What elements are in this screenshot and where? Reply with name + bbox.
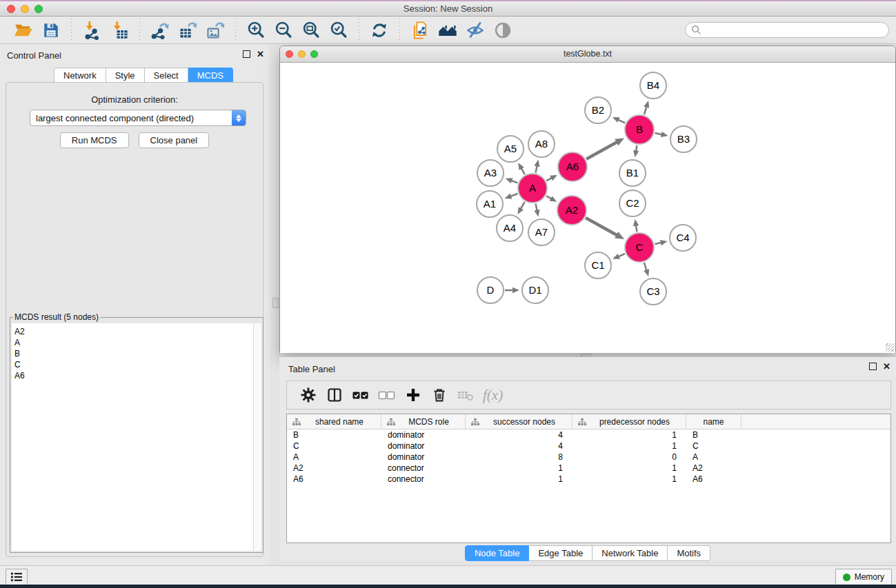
- settings-icon[interactable]: [298, 385, 319, 405]
- result-item-a2[interactable]: A2: [12, 326, 261, 337]
- column-header-predecessor-nodes[interactable]: predecessor nodes: [573, 414, 686, 429]
- save-session-icon[interactable]: [41, 20, 61, 41]
- refresh-layout-icon[interactable]: [369, 20, 390, 41]
- table-cell[interactable]: A: [287, 452, 381, 463]
- tab-network[interactable]: Network: [54, 68, 106, 83]
- table-cell[interactable]: 8: [466, 452, 573, 463]
- table-cell[interactable]: A2: [686, 463, 741, 474]
- vertical-splitter-handle[interactable]: [272, 298, 279, 308]
- table-cell[interactable]: 0: [573, 452, 686, 463]
- graph-node-A8[interactable]: A8: [528, 131, 555, 157]
- table-cell[interactable]: 1: [573, 463, 686, 474]
- task-history-button[interactable]: [6, 569, 28, 585]
- show-all-icon[interactable]: [492, 20, 513, 41]
- result-item-c[interactable]: C: [12, 359, 261, 370]
- column-header-shared-name[interactable]: shared name: [287, 414, 381, 429]
- graph-node-A5[interactable]: A5: [497, 136, 524, 162]
- table-cell[interactable]: connector: [381, 474, 466, 485]
- result-item-b[interactable]: B: [12, 348, 261, 359]
- open-session-icon[interactable]: [13, 20, 34, 41]
- tab-motifs[interactable]: Motifs: [668, 545, 710, 561]
- search-input[interactable]: [705, 25, 888, 36]
- import-table-icon[interactable]: [109, 20, 130, 41]
- show-columns-icon[interactable]: [324, 385, 345, 405]
- column-header-name[interactable]: name: [686, 414, 741, 429]
- tab-style[interactable]: Style: [106, 68, 145, 83]
- tab-mcds[interactable]: MCDS: [188, 68, 233, 83]
- table-cell[interactable]: 4: [466, 440, 573, 452]
- result-item-a6[interactable]: A6: [12, 370, 261, 381]
- table-cell[interactable]: B: [686, 429, 741, 440]
- search-field[interactable]: [685, 22, 889, 38]
- graph-node-A6[interactable]: A6: [558, 152, 587, 181]
- network-canvas[interactable]: AA1A3A4A5A7A8A6A2BB1B2B3B4CC1C2C3C4DD1: [280, 63, 895, 353]
- zoom-in-icon[interactable]: [246, 20, 266, 41]
- table-row-b[interactable]: Bdominator41B: [287, 429, 890, 440]
- add-column-icon[interactable]: [403, 385, 424, 405]
- graph-node-B3[interactable]: B3: [670, 126, 697, 152]
- delete-column-icon[interactable]: [429, 385, 450, 405]
- result-item-a[interactable]: A: [12, 337, 261, 348]
- table-cell[interactable]: 4: [466, 429, 573, 440]
- column-header-mcds-role[interactable]: MCDS role: [381, 414, 466, 429]
- first-neighbors-icon[interactable]: [437, 20, 458, 41]
- deselect-checks-icon[interactable]: [377, 385, 397, 405]
- table-cell[interactable]: 1: [466, 463, 573, 474]
- function-builder-icon[interactable]: f(x): [483, 387, 503, 404]
- graph-node-C2[interactable]: C2: [619, 190, 646, 216]
- zoom-fit-icon[interactable]: [301, 20, 321, 41]
- table-cell[interactable]: A: [686, 452, 741, 463]
- table-cell[interactable]: C: [287, 440, 381, 452]
- table-cell[interactable]: dominator: [381, 452, 466, 463]
- table-row-a2[interactable]: A2connector11A2: [287, 463, 890, 474]
- select-all-checks-icon[interactable]: [350, 385, 371, 405]
- close-panel-icon[interactable]: ✕: [257, 50, 264, 58]
- resize-grip-icon[interactable]: [886, 343, 894, 352]
- mcds-result-list[interactable]: A2ABCA6: [12, 323, 261, 551]
- tab-node-table[interactable]: Node Table: [465, 545, 530, 561]
- graph-node-A4[interactable]: A4: [497, 215, 523, 241]
- graph-node-B[interactable]: B: [625, 115, 654, 144]
- graph-node-B4[interactable]: B4: [640, 72, 666, 99]
- table-cell[interactable]: 1: [573, 429, 686, 440]
- graph-node-C3[interactable]: C3: [640, 278, 666, 305]
- export-network-icon[interactable]: [150, 20, 170, 41]
- export-table-icon[interactable]: [177, 20, 198, 41]
- tab-select[interactable]: Select: [145, 68, 188, 83]
- graph-node-A1[interactable]: A1: [477, 191, 503, 217]
- export-image-icon[interactable]: [205, 20, 226, 41]
- table-row-c[interactable]: Cdominator41C: [287, 440, 890, 452]
- table-cell[interactable]: 1: [466, 474, 573, 485]
- graph-node-A7[interactable]: A7: [528, 219, 555, 245]
- zoom-selected-icon[interactable]: [328, 20, 349, 41]
- delete-table-icon[interactable]: [455, 385, 476, 405]
- float-panel-icon[interactable]: [243, 50, 250, 58]
- hide-selected-icon[interactable]: [465, 20, 486, 41]
- graph-node-A[interactable]: A: [518, 174, 547, 203]
- graph-node-C[interactable]: C: [625, 233, 654, 262]
- table-row-a[interactable]: Adominator80A: [287, 452, 890, 463]
- graph-node-B2[interactable]: B2: [585, 97, 611, 123]
- table-cell[interactable]: C: [686, 440, 741, 452]
- table-cell[interactable]: B: [287, 429, 381, 440]
- run-mcds-button[interactable]: Run MCDS: [60, 132, 129, 148]
- table-cell[interactable]: A6: [287, 474, 381, 485]
- graph-node-A2[interactable]: A2: [557, 196, 586, 225]
- close-table-panel-icon[interactable]: ✕: [883, 363, 890, 370]
- float-table-panel-icon[interactable]: [869, 363, 877, 370]
- table-cell[interactable]: dominator: [381, 429, 466, 440]
- graph-node-C4[interactable]: C4: [670, 225, 696, 251]
- tab-edge-table[interactable]: Edge Table: [529, 545, 593, 561]
- column-header-successor-nodes[interactable]: successor nodes: [466, 414, 573, 429]
- import-network-icon[interactable]: [81, 20, 102, 41]
- table-cell[interactable]: A2: [287, 463, 381, 474]
- clone-network-icon[interactable]: [410, 20, 430, 41]
- table-cell[interactable]: 1: [573, 474, 686, 485]
- graph-node-D[interactable]: D: [477, 277, 504, 303]
- criterion-dropdown[interactable]: largest connected component (directed): [30, 110, 246, 126]
- graph-node-C1[interactable]: C1: [585, 252, 611, 278]
- memory-button[interactable]: Memory: [835, 569, 892, 585]
- graph-node-A3[interactable]: A3: [477, 160, 504, 186]
- graph-node-B1[interactable]: B1: [619, 160, 646, 186]
- result-list-scrollbar[interactable]: [253, 323, 261, 551]
